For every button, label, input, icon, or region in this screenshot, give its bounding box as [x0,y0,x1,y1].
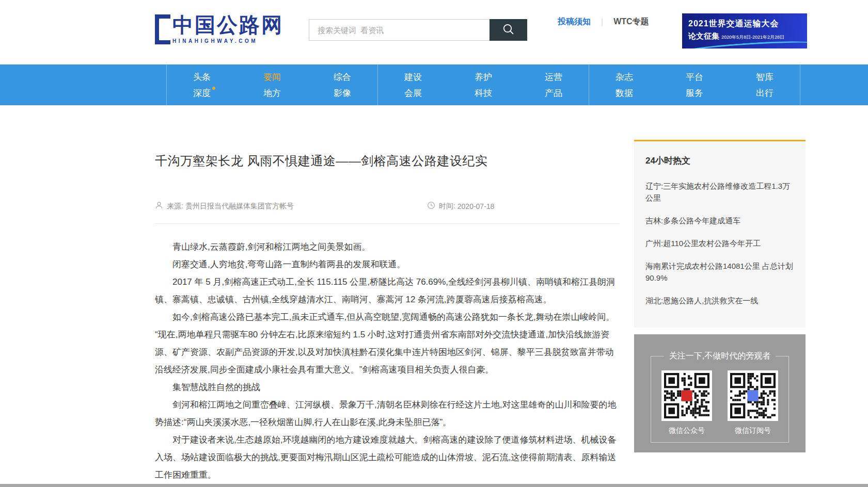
search-input[interactable] [309,19,490,41]
logo-bracket-icon [155,14,170,44]
header-links-separator: | [601,18,603,27]
qr-code-official [661,370,712,421]
nav-label-active[interactable]: 要闻 [263,69,281,85]
hot-articles-panel: 24小时热文 辽宁:三年实施农村公路维修改造工程1.3万公里 吉林:多条公路今年… [634,140,806,328]
banner-date: 2020年5月8日-2021年2月28日 [721,35,784,40]
header: 中国公路网 HINAHIGHWAY.COM 投稿须知 | WTC专题 2021世… [0,0,868,64]
nav-label[interactable]: 科技 [475,85,492,101]
nav-item-zhiku-chuxing[interactable]: 智库 出行 [730,64,800,105]
hot-article-link[interactable]: 辽宁:三年实施农村公路维修改造工程1.3万公里 [645,180,793,204]
search-button[interactable] [490,19,527,41]
nav-item-yaowen-difang[interactable]: 要闻 地方 [237,64,307,105]
nav-label[interactable]: 服务 [686,85,703,101]
nav-group-1: 头条 深度 要闻 地方 综合 影像 [166,64,377,105]
nav-item-jianshe-huizhan[interactable]: 建设 会展 [378,64,448,105]
nav-label[interactable]: 出行 [756,85,774,101]
hot-article-link[interactable]: 海南累计完成农村公路14081公里 占总计划90.9% [645,260,793,284]
header-links: 投稿须知 | WTC专题 [558,17,649,27]
qr-label: 微信订阅号 [735,426,771,435]
qr-code-subscription [728,370,778,421]
wechat-official-account: 微信公众号 [661,370,712,435]
nav-label[interactable]: 地方 [263,85,281,101]
nav-label[interactable]: 综合 [334,69,351,85]
nav-group-3: 杂志 数据 平台 服务 智库 出行 [589,64,800,105]
nav-label[interactable]: 头条 [193,69,211,85]
follow-frame: 关注一下,不做时代的旁观者 微信公众号 微信订阅号 [651,356,789,443]
nav-group-2: 建设 会展 养护 科技 运营 产品 [377,64,589,105]
article-divider [155,223,620,224]
wechat-subscription-account: 微信订阅号 [728,370,778,435]
person-icon [155,201,167,211]
time-value: 2020-07-18 [457,202,495,210]
search-icon [502,23,515,38]
nav-label[interactable]: 会展 [404,85,422,101]
next-section-edge [0,484,868,487]
hot-article-link[interactable]: 广州:超110公里农村公路今年开工 [645,237,793,249]
search-bar [309,19,527,41]
paragraph: 闭塞交通,人穷地贫,弯弯山路一直制约着两县的发展和联通。 [155,256,620,273]
site-logo[interactable]: 中国公路网 HINAHIGHWAY.COM [155,12,283,44]
article-time: 时间: 2020-07-18 [427,201,495,211]
submission-notice-link[interactable]: 投稿须知 [558,17,591,27]
nav-item-yunying-chanpin[interactable]: 运营 产品 [518,64,589,105]
nav-item-pingtai-fuwu[interactable]: 平台 服务 [659,64,730,105]
paragraph: 青山绿水,云蒸霞蔚,剑河和榕江两地之间美景如画。 [155,238,620,256]
clock-icon [427,201,439,211]
nav-label[interactable]: 运营 [545,69,562,85]
banner-subtitle: 论文征集2020年5月8日-2021年2月28日 [688,31,807,41]
nav-label[interactable]: 养护 [475,69,492,85]
follow-title: 关注一下,不做时代的旁观者 [664,351,776,362]
nav-item-zonghe-yingxiang[interactable]: 综合 影像 [307,64,377,105]
logo-subtitle: HINAHIGHWAY.COM [172,38,283,44]
article: 千沟万壑架长龙 风雨不惧建通途——剑榕高速公路建设纪实 来源: 贵州日报当代融媒… [155,153,620,487]
logo-title: 中国公路网 [172,12,283,37]
new-dot-icon [212,87,215,90]
hot-article-link[interactable]: 吉林:多条公路今年建成通车 [645,215,793,226]
nav-label[interactable]: 杂志 [616,69,633,85]
banner-title: 2021世界交通运输大会 [688,19,807,29]
nav-label[interactable]: 影像 [334,85,351,101]
nav-label[interactable]: 平台 [686,69,703,85]
qr-label: 微信公众号 [669,426,705,435]
wechat-follow-panel: 关注一下,不做时代的旁观者 微信公众号 微信订阅号 [634,334,806,452]
paragraph: 剑河和榕江两地之间重峦叠嶂、江河纵横、景象万千,清朝名臣林则徐在行经这片土地,对… [155,396,620,431]
wtc-topic-link[interactable]: WTC专题 [613,17,649,27]
nav-label[interactable]: 智库 [756,69,774,85]
time-label: 时间: [439,202,455,211]
page: 中国公路网 HINAHIGHWAY.COM 投稿须知 | WTC专题 2021世… [0,0,868,487]
paragraph: 如今,剑榕高速公路已基本完工,虽未正式通车,但从高空眺望,宽阔通畅的高速公路犹如… [155,309,620,379]
paragraph: 2017 年 5 月,剑榕高速正式动工,全长 115.115 公里,桥隧比高达 … [155,273,620,309]
nav-item-zazhi-shuju[interactable]: 杂志 数据 [589,64,659,105]
nav-label[interactable]: 产品 [545,85,562,101]
conference-banner[interactable]: 2021世界交通运输大会 论文征集2020年5月8日-2021年2月28日 [682,13,807,48]
article-title: 千沟万壑架长龙 风雨不惧建通途——剑榕高速公路建设纪实 [155,153,620,169]
hot-articles-title: 24小时热文 [645,155,793,167]
nav-item-yanghu-keji[interactable]: 养护 科技 [448,64,518,105]
nav-item-toutiao-shendu[interactable]: 头条 深度 [167,64,237,105]
nav-label[interactable]: 深度 [193,85,211,101]
article-body: 青山绿水,云蒸霞蔚,剑河和榕江两地之间美景如画。 闭塞交通,人穷地贫,弯弯山路一… [155,238,620,487]
nav-label[interactable]: 建设 [404,69,422,85]
source-value: 贵州日报当代融媒体集团官方帐号 [185,202,294,211]
article-meta: 来源: 贵州日报当代融媒体集团官方帐号 时间: 2020-07-18 [155,201,620,211]
source-label: 来源: [167,202,183,211]
article-source: 来源: 贵州日报当代融媒体集团官方帐号 [155,201,294,211]
main-nav: 头条 深度 要闻 地方 综合 影像 建设 会展 养护 [0,64,868,105]
hot-article-link[interactable]: 湖北:恩施公路人,抗洪救灾在一线 [645,295,793,306]
paragraph: 集智慧战胜自然的挑战 [155,379,620,396]
paragraph: 对于建设者来说,生态越原始,环境越幽闭的地方建设难度就越大。剑榕高速的建设除了便… [155,431,620,484]
nav-label[interactable]: 数据 [616,85,633,101]
